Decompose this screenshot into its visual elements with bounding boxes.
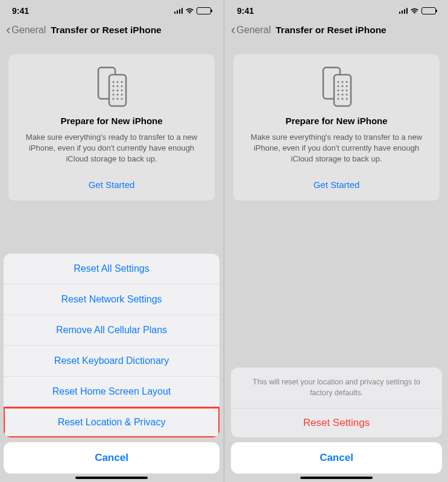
svg-point-20 — [341, 81, 343, 83]
svg-point-10 — [121, 89, 122, 91]
cellular-icon — [174, 8, 183, 14]
reset-home-screen-layout[interactable]: Reset Home Screen Layout — [4, 377, 219, 407]
svg-point-26 — [341, 89, 343, 91]
card-description: Make sure everything's ready to transfer… — [18, 132, 205, 165]
status-bar: 9:41 — [225, 0, 448, 18]
back-button[interactable]: ‹ General — [6, 22, 46, 38]
svg-point-2 — [112, 81, 114, 83]
svg-point-24 — [345, 85, 347, 87]
svg-point-32 — [341, 98, 343, 99]
status-time: 9:41 — [12, 6, 29, 16]
svg-point-30 — [345, 93, 347, 95]
svg-point-19 — [337, 81, 339, 83]
nav-bar: ‹ General Transfer or Reset iPhone — [0, 18, 223, 42]
home-indicator[interactable] — [75, 477, 148, 479]
status-indicators — [399, 7, 437, 14]
svg-point-16 — [121, 98, 122, 99]
wifi-icon — [410, 8, 419, 14]
svg-point-11 — [112, 93, 114, 95]
svg-point-5 — [112, 85, 114, 87]
card-title: Prepare for New iPhone — [243, 116, 430, 126]
svg-point-22 — [337, 85, 339, 87]
svg-point-21 — [345, 81, 347, 83]
status-indicators — [174, 7, 212, 14]
battery-icon — [197, 7, 211, 14]
reset-keyboard-dictionary[interactable]: Reset Keyboard Dictionary — [4, 346, 219, 377]
phone-left: 9:41 ‹ General Transfer or Reset iPhone — [0, 0, 223, 482]
svg-point-15 — [116, 98, 118, 99]
phone-right: 9:41 ‹ General Transfer or Reset iPhone — [225, 0, 448, 482]
svg-point-7 — [121, 85, 122, 87]
svg-point-4 — [121, 81, 122, 83]
svg-point-25 — [337, 89, 339, 91]
reset-network-settings[interactable]: Reset Network Settings — [4, 284, 219, 315]
reset-action-sheet: Reset All Settings Reset Network Setting… — [0, 254, 223, 482]
devices-icon — [243, 66, 430, 107]
cancel-button[interactable]: Cancel — [231, 442, 442, 474]
nav-title: Transfer or Reset iPhone — [51, 25, 161, 36]
svg-point-13 — [121, 93, 122, 95]
reset-all-settings[interactable]: Reset All Settings — [4, 254, 219, 284]
svg-point-29 — [341, 93, 343, 95]
cancel-button[interactable]: Cancel — [4, 442, 219, 474]
nav-bar: ‹ General Transfer or Reset iPhone — [225, 18, 448, 42]
home-indicator[interactable] — [300, 477, 373, 479]
status-bar: 9:41 — [0, 0, 223, 18]
card-description: Make sure everything's ready to transfer… — [243, 132, 430, 165]
confirm-alert-sheet: This will reset your location and privac… — [225, 368, 448, 482]
svg-point-14 — [112, 98, 114, 99]
devices-icon — [18, 66, 205, 107]
card-title: Prepare for New iPhone — [18, 116, 205, 126]
svg-point-31 — [337, 98, 339, 99]
svg-point-6 — [116, 85, 118, 87]
remove-cellular-plans[interactable]: Remove All Cellular Plans — [4, 315, 219, 346]
get-started-button[interactable]: Get Started — [18, 180, 205, 190]
svg-point-12 — [116, 93, 118, 95]
chevron-left-icon: ‹ — [6, 22, 10, 38]
prepare-card: Prepare for New iPhone Make sure everyth… — [8, 54, 215, 201]
sheet-options: Reset All Settings Reset Network Setting… — [4, 254, 219, 437]
back-label: General — [236, 25, 271, 36]
get-started-button[interactable]: Get Started — [243, 180, 430, 190]
back-button[interactable]: ‹ General — [231, 22, 271, 38]
svg-point-33 — [345, 98, 347, 99]
cellular-icon — [399, 8, 408, 14]
wifi-icon — [185, 8, 194, 14]
prepare-card: Prepare for New iPhone Make sure everyth… — [233, 54, 440, 201]
status-time: 9:41 — [237, 6, 254, 16]
nav-title: Transfer or Reset iPhone — [276, 25, 386, 36]
svg-point-8 — [112, 89, 114, 91]
battery-icon — [421, 7, 436, 14]
chevron-left-icon: ‹ — [231, 22, 235, 38]
svg-point-27 — [345, 89, 347, 91]
alert-message: This will reset your location and privac… — [231, 368, 442, 408]
alert-box: This will reset your location and privac… — [231, 368, 442, 437]
svg-point-9 — [116, 89, 118, 91]
reset-settings-confirm[interactable]: Reset Settings — [231, 408, 442, 437]
svg-point-23 — [341, 85, 343, 87]
svg-point-3 — [116, 81, 118, 83]
back-label: General — [11, 25, 46, 36]
svg-point-28 — [337, 93, 339, 95]
reset-location-privacy[interactable]: Reset Location & Privacy — [4, 407, 219, 437]
